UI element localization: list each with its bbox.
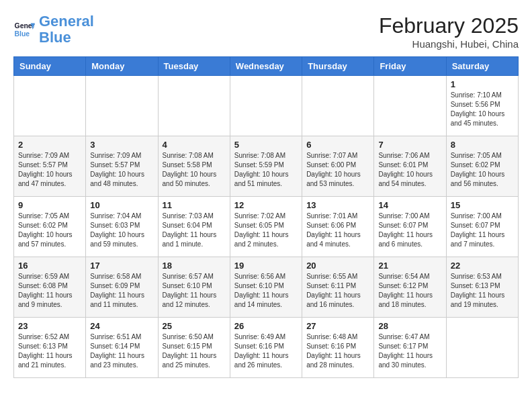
calendar-cell: 9Sunrise: 7:05 AM Sunset: 6:02 PM Daylig… (14, 197, 86, 257)
day-number: 26 (234, 321, 298, 331)
calendar-cell: 7Sunrise: 7:06 AM Sunset: 6:01 PM Daylig… (374, 136, 446, 197)
week-row-4: 16Sunrise: 6:59 AM Sunset: 6:08 PM Dayli… (14, 257, 519, 318)
day-info: Sunrise: 7:05 AM Sunset: 6:02 PM Dayligh… (18, 212, 81, 249)
calendar-cell: 18Sunrise: 6:57 AM Sunset: 6:10 PM Dayli… (158, 257, 230, 318)
calendar-cell: 23Sunrise: 6:52 AM Sunset: 6:13 PM Dayli… (14, 318, 86, 378)
weekday-header-monday: Monday (86, 57, 158, 76)
location-title: Huangshi, Hubei, China (379, 38, 519, 50)
calendar-cell: 8Sunrise: 7:05 AM Sunset: 6:02 PM Daylig… (446, 136, 518, 197)
logo: General Blue GeneralBlue (13, 13, 94, 46)
day-info: Sunrise: 6:54 AM Sunset: 6:12 PM Dayligh… (378, 272, 441, 310)
logo-text: GeneralBlue (39, 13, 94, 46)
day-number: 14 (378, 200, 441, 210)
calendar-cell (302, 76, 374, 136)
day-info: Sunrise: 7:01 AM Sunset: 6:06 PM Dayligh… (306, 212, 369, 249)
day-info: Sunrise: 7:08 AM Sunset: 5:59 PM Dayligh… (234, 151, 298, 189)
day-number: 24 (90, 321, 153, 331)
weekday-header-friday: Friday (374, 57, 446, 76)
calendar-cell: 2Sunrise: 7:09 AM Sunset: 5:57 PM Daylig… (14, 136, 86, 197)
calendar-cell (230, 76, 302, 136)
calendar-cell: 26Sunrise: 6:49 AM Sunset: 6:16 PM Dayli… (230, 318, 302, 378)
month-title: February 2025 (379, 13, 519, 38)
day-info: Sunrise: 6:58 AM Sunset: 6:09 PM Dayligh… (90, 272, 153, 310)
calendar-cell: 19Sunrise: 6:56 AM Sunset: 6:10 PM Dayli… (230, 257, 302, 318)
weekday-header-wednesday: Wednesday (230, 57, 302, 76)
svg-text:Blue: Blue (15, 30, 30, 38)
day-info: Sunrise: 7:00 AM Sunset: 6:07 PM Dayligh… (451, 212, 514, 249)
day-info: Sunrise: 7:04 AM Sunset: 6:03 PM Dayligh… (90, 212, 153, 249)
calendar-cell: 22Sunrise: 6:53 AM Sunset: 6:13 PM Dayli… (446, 257, 518, 318)
calendar-cell: 20Sunrise: 6:55 AM Sunset: 6:11 PM Dayli… (302, 257, 374, 318)
day-number: 9 (18, 200, 81, 210)
day-number: 2 (18, 140, 81, 150)
calendar-cell: 1Sunrise: 7:10 AM Sunset: 5:56 PM Daylig… (446, 76, 518, 136)
calendar-cell: 12Sunrise: 7:02 AM Sunset: 6:05 PM Dayli… (230, 197, 302, 257)
day-info: Sunrise: 7:03 AM Sunset: 6:04 PM Dayligh… (163, 212, 226, 249)
weekday-header-sunday: Sunday (14, 57, 86, 76)
day-info: Sunrise: 7:07 AM Sunset: 6:00 PM Dayligh… (306, 151, 369, 189)
day-number: 28 (378, 321, 441, 331)
calendar-cell (158, 76, 230, 136)
calendar-cell: 6Sunrise: 7:07 AM Sunset: 6:00 PM Daylig… (302, 136, 374, 197)
calendar-cell (14, 76, 86, 136)
day-number: 16 (18, 261, 81, 271)
calendar-cell: 4Sunrise: 7:08 AM Sunset: 5:58 PM Daylig… (158, 136, 230, 197)
day-info: Sunrise: 7:06 AM Sunset: 6:01 PM Dayligh… (378, 151, 441, 189)
day-info: Sunrise: 7:09 AM Sunset: 5:57 PM Dayligh… (90, 151, 153, 189)
calendar-cell: 5Sunrise: 7:08 AM Sunset: 5:59 PM Daylig… (230, 136, 302, 197)
calendar-cell: 25Sunrise: 6:50 AM Sunset: 6:15 PM Dayli… (158, 318, 230, 378)
day-number: 17 (90, 261, 153, 271)
day-info: Sunrise: 6:47 AM Sunset: 6:17 PM Dayligh… (378, 332, 441, 370)
day-info: Sunrise: 6:55 AM Sunset: 6:11 PM Dayligh… (306, 272, 369, 310)
day-number: 10 (90, 200, 153, 210)
day-number: 13 (306, 200, 369, 210)
page-header: General Blue GeneralBlue February 2025 H… (13, 13, 519, 50)
calendar-cell: 17Sunrise: 6:58 AM Sunset: 6:09 PM Dayli… (86, 257, 158, 318)
day-number: 6 (306, 140, 369, 150)
calendar-cell: 13Sunrise: 7:01 AM Sunset: 6:06 PM Dayli… (302, 197, 374, 257)
calendar-cell: 27Sunrise: 6:48 AM Sunset: 6:16 PM Dayli… (302, 318, 374, 378)
day-info: Sunrise: 7:09 AM Sunset: 5:57 PM Dayligh… (18, 151, 81, 189)
calendar-cell (86, 76, 158, 136)
calendar-cell: 24Sunrise: 6:51 AM Sunset: 6:14 PM Dayli… (86, 318, 158, 378)
day-info: Sunrise: 6:51 AM Sunset: 6:14 PM Dayligh… (90, 332, 153, 370)
weekday-header-thursday: Thursday (302, 57, 374, 76)
day-number: 11 (163, 200, 226, 210)
week-row-1: 1Sunrise: 7:10 AM Sunset: 5:56 PM Daylig… (14, 76, 519, 136)
calendar-cell: 10Sunrise: 7:04 AM Sunset: 6:03 PM Dayli… (86, 197, 158, 257)
day-info: Sunrise: 7:08 AM Sunset: 5:58 PM Dayligh… (163, 151, 226, 189)
calendar-cell: 3Sunrise: 7:09 AM Sunset: 5:57 PM Daylig… (86, 136, 158, 197)
calendar-cell: 11Sunrise: 7:03 AM Sunset: 6:04 PM Dayli… (158, 197, 230, 257)
title-block: February 2025 Huangshi, Hubei, China (379, 13, 519, 50)
day-info: Sunrise: 7:02 AM Sunset: 6:05 PM Dayligh… (234, 212, 298, 249)
day-info: Sunrise: 6:50 AM Sunset: 6:15 PM Dayligh… (163, 332, 226, 370)
day-number: 20 (306, 261, 369, 271)
calendar-cell: 14Sunrise: 7:00 AM Sunset: 6:07 PM Dayli… (374, 197, 446, 257)
day-number: 5 (234, 140, 298, 150)
day-number: 21 (378, 261, 441, 271)
logo-icon: General Blue (13, 19, 35, 40)
day-info: Sunrise: 7:10 AM Sunset: 5:56 PM Dayligh… (451, 91, 514, 128)
calendar-cell (446, 318, 518, 378)
day-number: 8 (451, 140, 514, 150)
day-info: Sunrise: 6:57 AM Sunset: 6:10 PM Dayligh… (163, 272, 226, 310)
day-number: 19 (234, 261, 298, 271)
day-number: 15 (451, 200, 514, 210)
day-info: Sunrise: 6:49 AM Sunset: 6:16 PM Dayligh… (234, 332, 298, 370)
day-number: 22 (451, 261, 514, 271)
day-info: Sunrise: 6:56 AM Sunset: 6:10 PM Dayligh… (234, 272, 298, 310)
day-number: 3 (90, 140, 153, 150)
calendar-table: SundayMondayTuesdayWednesdayThursdayFrid… (13, 56, 519, 378)
day-info: Sunrise: 7:00 AM Sunset: 6:07 PM Dayligh… (378, 212, 441, 249)
calendar-cell: 21Sunrise: 6:54 AM Sunset: 6:12 PM Dayli… (374, 257, 446, 318)
weekday-header-tuesday: Tuesday (158, 57, 230, 76)
day-info: Sunrise: 6:53 AM Sunset: 6:13 PM Dayligh… (451, 272, 514, 310)
week-row-5: 23Sunrise: 6:52 AM Sunset: 6:13 PM Dayli… (14, 318, 519, 378)
day-number: 23 (18, 321, 81, 331)
weekday-header-saturday: Saturday (446, 57, 518, 76)
calendar-cell: 15Sunrise: 7:00 AM Sunset: 6:07 PM Dayli… (446, 197, 518, 257)
day-number: 1 (451, 79, 514, 89)
calendar-cell: 28Sunrise: 6:47 AM Sunset: 6:17 PM Dayli… (374, 318, 446, 378)
day-info: Sunrise: 7:05 AM Sunset: 6:02 PM Dayligh… (451, 151, 514, 189)
day-info: Sunrise: 6:59 AM Sunset: 6:08 PM Dayligh… (18, 272, 81, 310)
